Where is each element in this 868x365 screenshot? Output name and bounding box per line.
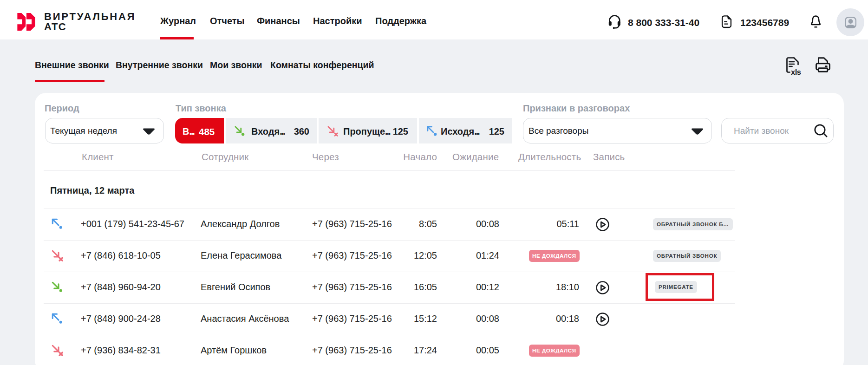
svg-text:xls: xls [791, 68, 801, 76]
